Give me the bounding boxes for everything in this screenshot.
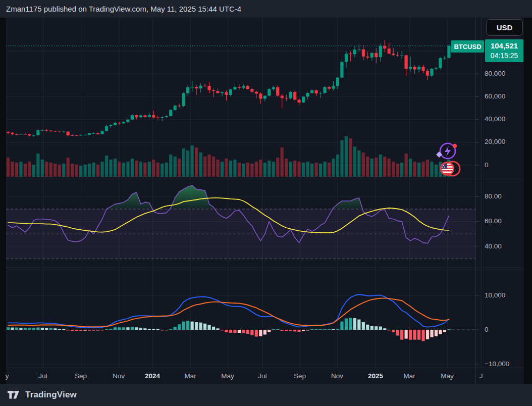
svg-text:60.00: 60.00 <box>485 217 502 225</box>
tradingview-published-chart: Zman1175 published on TradingView.com, M… <box>0 0 532 406</box>
svg-text:Jul: Jul <box>38 372 47 380</box>
notification-dot-icon <box>453 144 457 148</box>
svg-text:40.00: 40.00 <box>485 242 502 250</box>
svg-text:May: May <box>221 372 234 380</box>
tradingview-logo-icon <box>7 390 20 400</box>
svg-text:Sep: Sep <box>294 372 306 380</box>
svg-text:−10,000: −10,000 <box>485 360 509 368</box>
svg-text:Sep: Sep <box>75 372 87 380</box>
svg-text:J: J <box>480 372 483 380</box>
currency-button[interactable]: USD <box>486 19 523 36</box>
svg-text:Mar: Mar <box>403 372 415 380</box>
svg-text:Nov: Nov <box>331 372 343 380</box>
svg-text:Jul: Jul <box>258 372 267 380</box>
svg-text:40,000: 40,000 <box>485 115 505 123</box>
svg-text:10,000: 10,000 <box>485 291 505 299</box>
svg-text:2024: 2024 <box>145 372 161 380</box>
svg-text:0: 0 <box>485 161 489 169</box>
svg-text:Mar: Mar <box>184 372 196 380</box>
svg-text:May: May <box>441 372 454 380</box>
us-flag-icon <box>440 162 454 175</box>
svg-text:80,000: 80,000 <box>485 70 505 77</box>
chart-canvas[interactable]: 80,00060,00040,00020,000080.0060.0040.00… <box>0 0 532 406</box>
symbol-ticker: BTCUSD <box>454 43 481 50</box>
symbol-tag: BTCUSD <box>451 40 484 53</box>
last-price-value: 104,521 <box>491 41 518 51</box>
bar-countdown: 04:15:25 <box>491 51 518 61</box>
svg-text:y: y <box>6 372 9 380</box>
svg-text:60,000: 60,000 <box>485 92 505 100</box>
last-price-label: 104,521 04:15:25 <box>485 39 523 62</box>
svg-text:80.00: 80.00 <box>485 192 502 200</box>
currency-button-label: USD <box>497 23 513 32</box>
svg-text:0: 0 <box>485 326 489 333</box>
svg-text:Nov: Nov <box>113 372 125 380</box>
footer-bar: TradingView <box>0 384 532 406</box>
us-flag-badge <box>436 160 461 178</box>
svg-text:20,000: 20,000 <box>485 138 505 145</box>
svg-text:2025: 2025 <box>368 372 384 380</box>
footer-brand: TradingView <box>25 390 77 400</box>
